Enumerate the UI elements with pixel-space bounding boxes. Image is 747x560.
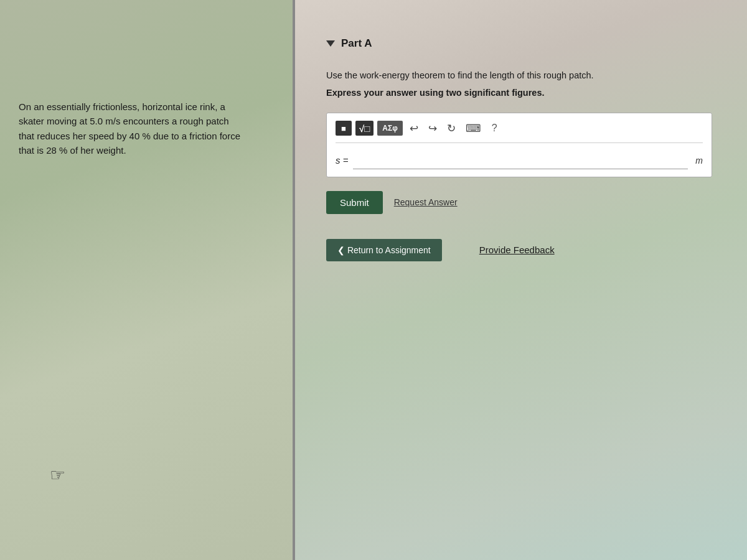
answer-toolbar: ■ √□ ΑΣφ ↩ ↪ ↻ ⌨ ? <box>336 121 703 143</box>
bottom-row: ❮ Return to Assignment Provide Feedback <box>326 239 712 261</box>
question-text-line2: Express your answer using two significan… <box>326 86 722 100</box>
refresh-icon[interactable]: ↻ <box>444 121 459 136</box>
redo-icon[interactable]: ↪ <box>425 121 440 136</box>
variable-label: s = <box>336 155 348 166</box>
undo-icon[interactable]: ↩ <box>406 121 421 136</box>
problem-text: On an essentially frictionless, horizont… <box>19 100 274 157</box>
unit-label: m <box>695 156 703 166</box>
provide-feedback-link[interactable]: Provide Feedback <box>479 245 555 255</box>
greek-btn[interactable]: ΑΣφ <box>377 121 402 136</box>
cursor-icon: ☞ <box>50 465 65 485</box>
keyboard-icon[interactable]: ⌨ <box>463 121 484 136</box>
question-text-line1: Use the work-energy theorem to find the … <box>326 68 722 82</box>
answer-input-row: s = m <box>336 152 703 169</box>
collapse-triangle-icon[interactable] <box>326 40 335 47</box>
answer-input-field[interactable] <box>353 152 688 169</box>
square-icon-btn[interactable]: ■ <box>336 121 352 136</box>
action-row: Submit Request Answer <box>326 191 712 214</box>
sqrt-btn[interactable]: √□ <box>355 121 374 136</box>
help-icon[interactable]: ? <box>488 121 501 135</box>
part-a-title: Part A <box>341 37 372 50</box>
part-a-header: Part A <box>326 37 722 50</box>
return-to-assignment-button[interactable]: ❮ Return to Assignment <box>326 239 442 261</box>
right-panel: Part A Use the work-energy theorem to fi… <box>295 0 747 560</box>
submit-button[interactable]: Submit <box>326 191 383 214</box>
left-panel: On an essentially frictionless, horizont… <box>0 0 293 560</box>
request-answer-link[interactable]: Request Answer <box>394 197 458 207</box>
answer-box: ■ √□ ΑΣφ ↩ ↪ ↻ ⌨ ? s = m <box>326 113 712 177</box>
